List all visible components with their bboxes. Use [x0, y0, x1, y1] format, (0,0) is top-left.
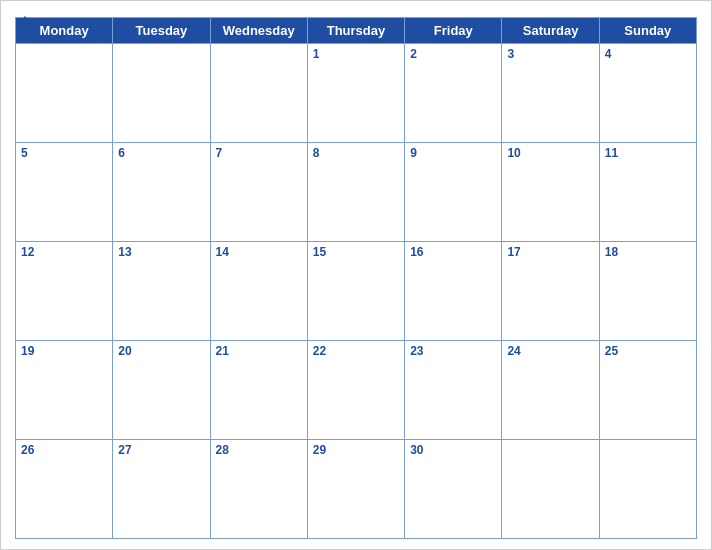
day-number: 11	[605, 146, 691, 160]
day-header-wednesday: Wednesday	[211, 18, 308, 44]
day-number: 3	[507, 47, 593, 61]
day-cell: 10	[502, 143, 599, 242]
day-cell: 12	[16, 242, 113, 341]
day-cell: 9	[405, 143, 502, 242]
day-header-tuesday: Tuesday	[113, 18, 210, 44]
day-number: 5	[21, 146, 107, 160]
day-cell: 13	[113, 242, 210, 341]
day-cell	[502, 440, 599, 539]
day-cell: 26	[16, 440, 113, 539]
day-number: 16	[410, 245, 496, 259]
week-row-1: 1234	[16, 44, 697, 143]
day-number: 19	[21, 344, 107, 358]
day-cell: 24	[502, 341, 599, 440]
day-cell: 3	[502, 44, 599, 143]
day-number: 28	[216, 443, 302, 457]
day-number: 15	[313, 245, 399, 259]
day-number: 6	[118, 146, 204, 160]
day-number: 30	[410, 443, 496, 457]
day-cell	[113, 44, 210, 143]
day-cell: 6	[113, 143, 210, 242]
day-cell: 23	[405, 341, 502, 440]
day-number: 8	[313, 146, 399, 160]
day-number: 9	[410, 146, 496, 160]
day-cell: 28	[211, 440, 308, 539]
day-header-sunday: Sunday	[600, 18, 697, 44]
day-number: 24	[507, 344, 593, 358]
week-row-4: 19202122232425	[16, 341, 697, 440]
day-cell: 22	[308, 341, 405, 440]
day-cell	[16, 44, 113, 143]
day-number: 1	[313, 47, 399, 61]
day-cell: 11	[600, 143, 697, 242]
day-cell: 2	[405, 44, 502, 143]
day-cell: 27	[113, 440, 210, 539]
week-row-2: 567891011	[16, 143, 697, 242]
day-header-saturday: Saturday	[502, 18, 599, 44]
day-cell: 17	[502, 242, 599, 341]
day-number: 27	[118, 443, 204, 457]
week-row-5: 2627282930	[16, 440, 697, 539]
day-headers-row: MondayTuesdayWednesdayThursdayFridaySatu…	[16, 18, 697, 44]
day-cell: 7	[211, 143, 308, 242]
day-cell: 19	[16, 341, 113, 440]
calendar-grid: MondayTuesdayWednesdayThursdayFridaySatu…	[15, 17, 697, 539]
day-cell: 15	[308, 242, 405, 341]
day-number: 10	[507, 146, 593, 160]
day-number: 29	[313, 443, 399, 457]
day-cell: 1	[308, 44, 405, 143]
logo: ▲	[15, 11, 33, 29]
day-cell: 20	[113, 341, 210, 440]
week-row-3: 12131415161718	[16, 242, 697, 341]
day-header-thursday: Thursday	[308, 18, 405, 44]
day-number: 7	[216, 146, 302, 160]
day-header-friday: Friday	[405, 18, 502, 44]
logo-bird-icon: ▲	[17, 11, 33, 29]
day-number: 17	[507, 245, 593, 259]
day-cell: 25	[600, 341, 697, 440]
day-cell: 5	[16, 143, 113, 242]
day-number: 12	[21, 245, 107, 259]
day-number: 14	[216, 245, 302, 259]
day-cell	[600, 440, 697, 539]
day-number: 13	[118, 245, 204, 259]
day-cell: 14	[211, 242, 308, 341]
day-cell: 4	[600, 44, 697, 143]
day-number: 23	[410, 344, 496, 358]
day-cell: 30	[405, 440, 502, 539]
day-number: 18	[605, 245, 691, 259]
day-cell	[211, 44, 308, 143]
weeks-container: 1234567891011121314151617181920212223242…	[16, 44, 697, 539]
day-number: 25	[605, 344, 691, 358]
day-number: 2	[410, 47, 496, 61]
day-cell: 16	[405, 242, 502, 341]
day-number: 20	[118, 344, 204, 358]
day-cell: 29	[308, 440, 405, 539]
day-number: 21	[216, 344, 302, 358]
day-cell: 18	[600, 242, 697, 341]
day-cell: 21	[211, 341, 308, 440]
calendar: ▲ MondayTuesdayWednesdayThursdayFridaySa…	[0, 0, 712, 550]
day-number: 22	[313, 344, 399, 358]
day-number: 26	[21, 443, 107, 457]
day-cell: 8	[308, 143, 405, 242]
day-number: 4	[605, 47, 691, 61]
